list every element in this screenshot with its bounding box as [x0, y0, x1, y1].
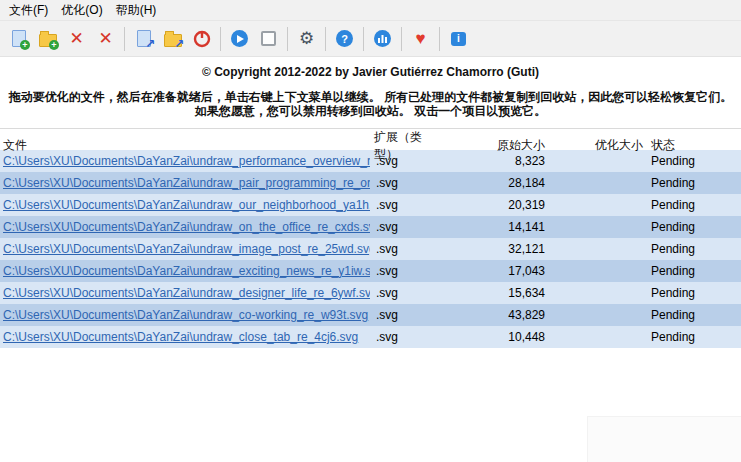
add-folder-button[interactable]: + — [33, 24, 62, 53]
original-size: 28,184 — [440, 176, 545, 190]
header-original-size[interactable]: 原始大小 — [440, 137, 545, 154]
toolbar-separator — [439, 27, 440, 51]
menu-file[interactable]: 文件(F) — [5, 0, 57, 21]
red-x-icon: ✕ — [69, 30, 83, 47]
file-extension: .svg — [370, 242, 440, 256]
status-value: Pending — [643, 220, 741, 234]
gear-icon: ⚙ — [299, 30, 314, 47]
file-table: 文件 扩展（类型） 原始大小 优化大小 状态 C:\Users\XU\Docum… — [0, 128, 741, 348]
stop-button[interactable] — [254, 24, 283, 53]
open-file-button[interactable]: ↗ — [129, 24, 158, 53]
table-row[interactable]: C:\Users\XU\Documents\DaYanZai\undraw_cl… — [0, 326, 741, 348]
copyright-text: © Copyright 2012-2022 by Javier Gutiérre… — [0, 65, 741, 79]
toolbar-separator — [363, 27, 364, 51]
help-button[interactable]: ? — [330, 24, 359, 53]
file-path-link[interactable]: C:\Users\XU\Documents\DaYanZai\undraw_co… — [0, 308, 370, 322]
toolbar-separator — [325, 27, 326, 51]
original-size: 43,829 — [440, 308, 545, 322]
table-row[interactable]: C:\Users\XU\Documents\DaYanZai\undraw_ou… — [0, 194, 741, 216]
file-path-link[interactable]: C:\Users\XU\Documents\DaYanZai\undraw_de… — [0, 286, 370, 300]
toolbar-separator — [124, 27, 125, 51]
header-file[interactable]: 文件 — [0, 137, 370, 154]
donate-button[interactable]: ♥ — [406, 24, 435, 53]
info-icon: i — [451, 32, 466, 46]
plus-badge-icon: + — [20, 40, 30, 50]
table-row[interactable]: C:\Users\XU\Documents\DaYanZai\undraw_co… — [0, 304, 741, 326]
file-extension: .svg — [370, 308, 440, 322]
menu-optimize[interactable]: 优化(O) — [57, 0, 111, 21]
status-value: Pending — [643, 154, 741, 168]
file-extension: .svg — [370, 286, 440, 300]
table-row[interactable]: C:\Users\XU\Documents\DaYanZai\undraw_de… — [0, 282, 741, 304]
heart-icon: ♥ — [415, 30, 425, 47]
add-files-button[interactable]: + — [4, 24, 33, 53]
arrow-badge-icon: ↗ — [174, 40, 184, 50]
plus-badge-icon: + — [49, 40, 59, 50]
play-icon — [231, 30, 248, 47]
update-button[interactable] — [368, 24, 397, 53]
power-icon — [193, 30, 211, 48]
header-status[interactable]: 状态 — [643, 137, 741, 154]
status-value: Pending — [643, 242, 741, 256]
status-value: Pending — [643, 198, 741, 212]
table-header-row: 文件 扩展（类型） 原始大小 优化大小 状态 — [0, 128, 741, 150]
header-optimized-size[interactable]: 优化大小 — [545, 137, 643, 154]
help-icon: ? — [336, 30, 353, 47]
original-size: 8,323 — [440, 154, 545, 168]
remove-all-button[interactable]: ✕ — [91, 24, 120, 53]
file-path-link[interactable]: C:\Users\XU\Documents\DaYanZai\undraw_im… — [0, 242, 370, 256]
toolbar-separator — [401, 27, 402, 51]
table-row[interactable]: C:\Users\XU\Documents\DaYanZai\undraw_pa… — [0, 172, 741, 194]
stop-icon — [261, 31, 276, 46]
file-path-link[interactable]: C:\Users\XU\Documents\DaYanZai\undraw_on… — [0, 220, 370, 234]
table-row[interactable]: C:\Users\XU\Documents\DaYanZai\undraw_ex… — [0, 260, 741, 282]
status-value: Pending — [643, 308, 741, 322]
file-path-link[interactable]: C:\Users\XU\Documents\DaYanZai\undraw_pe… — [0, 154, 370, 168]
optimize-button[interactable] — [225, 24, 254, 53]
file-extension: .svg — [370, 176, 440, 190]
status-value: Pending — [643, 176, 741, 190]
open-folder-button[interactable]: ↗ — [158, 24, 187, 53]
remove-entry-button[interactable]: ✕ — [62, 24, 91, 53]
table-row[interactable]: C:\Users\XU\Documents\DaYanZai\undraw_on… — [0, 216, 741, 238]
table-body: C:\Users\XU\Documents\DaYanZai\undraw_pe… — [0, 150, 741, 348]
about-button[interactable]: i — [444, 24, 473, 53]
toolbar: + + ✕ ✕ ↗ ↗ ⚙ ? — [0, 21, 741, 57]
arrow-badge-icon: ↗ — [145, 40, 155, 50]
file-extension: .svg — [370, 264, 440, 278]
menu-bar: 文件(F) 优化(O) 帮助(H) — [0, 0, 741, 21]
red-x-icon: ✕ — [98, 30, 112, 47]
menu-help[interactable]: 帮助(H) — [112, 0, 166, 21]
toolbar-separator — [287, 27, 288, 51]
original-size: 20,319 — [440, 198, 545, 212]
original-size: 32,121 — [440, 242, 545, 256]
file-extension: .svg — [370, 330, 440, 344]
original-size: 10,448 — [440, 330, 545, 344]
original-size: 14,141 — [440, 220, 545, 234]
status-value: Pending — [643, 330, 741, 344]
status-value: Pending — [643, 286, 741, 300]
file-path-link[interactable]: C:\Users\XU\Documents\DaYanZai\undraw_pa… — [0, 176, 370, 190]
file-extension: .svg — [370, 220, 440, 234]
status-value: Pending — [643, 264, 741, 278]
instructions-text: 拖动要优化的文件，然后在准备就绪后，单击右键上下文菜单以继续。 所有已处理的文件… — [0, 90, 741, 119]
original-size: 15,634 — [440, 286, 545, 300]
toolbar-separator — [220, 27, 221, 51]
update-icon — [374, 30, 391, 47]
exit-button[interactable] — [187, 24, 216, 53]
settings-button[interactable]: ⚙ — [292, 24, 321, 53]
file-path-link[interactable]: C:\Users\XU\Documents\DaYanZai\undraw_ou… — [0, 198, 370, 212]
file-extension: .svg — [370, 198, 440, 212]
table-row[interactable]: C:\Users\XU\Documents\DaYanZai\undraw_im… — [0, 238, 741, 260]
file-path-link[interactable]: C:\Users\XU\Documents\DaYanZai\undraw_ex… — [0, 264, 370, 278]
original-size: 17,043 — [440, 264, 545, 278]
ghost-panel — [587, 416, 741, 462]
file-path-link[interactable]: C:\Users\XU\Documents\DaYanZai\undraw_cl… — [0, 330, 370, 344]
file-extension: .svg — [370, 154, 440, 168]
